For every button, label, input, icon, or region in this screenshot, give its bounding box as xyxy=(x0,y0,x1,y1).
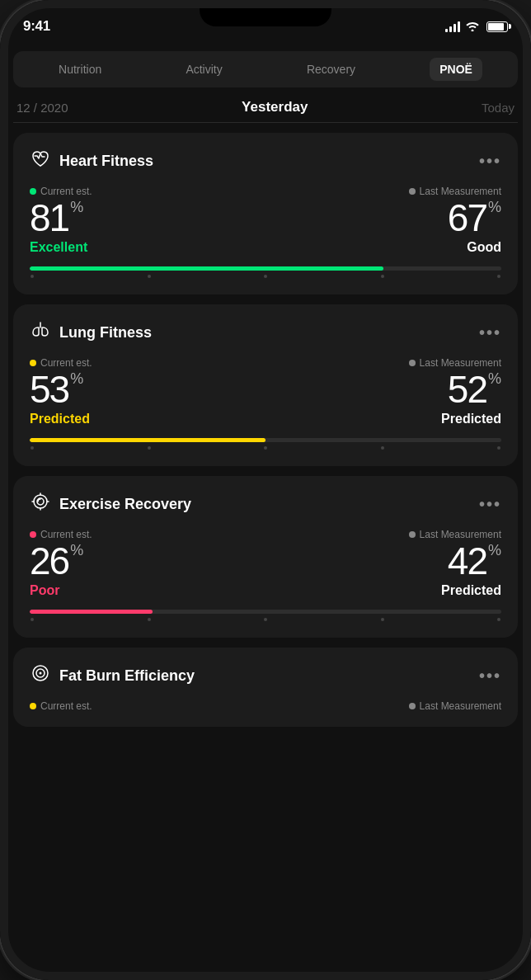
lung-fitness-metrics: Current est. 53% Predicted Last Measurem… xyxy=(30,357,501,426)
date-right[interactable]: Today xyxy=(482,101,515,115)
lung-fitness-card: Lung Fitness ••• Current est. 53% Predic… xyxy=(13,304,518,466)
lung-fitness-last-value: 52 xyxy=(448,368,486,411)
heart-fitness-title-row: Heart Fitness xyxy=(30,148,153,174)
fat-burn-header: Fat Burn Efficiency ••• xyxy=(30,662,501,689)
tab-nutrition[interactable]: Nutrition xyxy=(49,58,111,81)
heart-fitness-last-value-row: 67% xyxy=(448,199,501,237)
signal-bars-icon xyxy=(445,21,460,32)
fat-burn-icon xyxy=(30,662,51,689)
fat-burn-last: Last Measurement xyxy=(409,700,501,712)
lung-fitness-current: Current est. 53% Predicted xyxy=(30,357,92,426)
fat-burn-current-label: Current est. xyxy=(30,700,92,712)
fat-burn-current-dot xyxy=(30,703,36,709)
tab-pnoe[interactable]: PNOË xyxy=(430,58,482,81)
lung-fitness-current-status: Predicted xyxy=(30,412,92,426)
heart-fitness-last-value: 67 xyxy=(448,196,486,239)
fat-burn-card: Fat Burn Efficiency ••• Current est. xyxy=(13,648,518,727)
svg-point-0 xyxy=(34,495,47,508)
fat-burn-menu[interactable]: ••• xyxy=(479,667,501,686)
exercise-recovery-current-label: Current est. xyxy=(30,529,92,540)
exercise-recovery-last-label: Last Measurement xyxy=(409,529,501,540)
fat-burn-title: Fat Burn Efficiency xyxy=(59,667,195,685)
heart-fitness-icon xyxy=(30,148,51,174)
status-icons xyxy=(445,20,508,34)
date-nav: 12 / 2020 Yesterday Today xyxy=(0,87,531,122)
exercise-recovery-current-status: Poor xyxy=(30,583,92,598)
heart-fitness-menu[interactable]: ••• xyxy=(479,152,501,171)
lung-fitness-current-dot xyxy=(30,360,36,366)
lung-fitness-last-label: Last Measurement xyxy=(409,357,501,369)
heart-fitness-last-status: Good xyxy=(467,240,501,255)
exercise-recovery-progress-dots xyxy=(30,618,501,621)
exercise-recovery-progress-fill xyxy=(30,610,153,614)
exercise-recovery-current-unit: % xyxy=(70,542,83,558)
date-left[interactable]: 12 / 2020 xyxy=(16,101,68,115)
exercise-recovery-last-dot xyxy=(409,531,416,538)
tab-activity[interactable]: Activity xyxy=(176,58,232,81)
exercise-recovery-last-unit: % xyxy=(488,542,501,558)
date-center[interactable]: Yesterday xyxy=(242,99,308,115)
exercise-recovery-metrics: Current est. 26% Poor Last Measurement xyxy=(30,529,501,598)
heart-fitness-header: Heart Fitness ••• xyxy=(30,148,501,174)
exercise-recovery-title-row: Exercise Recovery xyxy=(30,491,191,517)
heart-fitness-current-value: 81 xyxy=(30,196,68,239)
lung-fitness-header: Lung Fitness ••• xyxy=(30,319,501,346)
heart-fitness-progress xyxy=(30,266,501,278)
lung-fitness-last: Last Measurement 52% Predicted xyxy=(409,357,501,426)
heart-fitness-progress-track xyxy=(30,266,501,271)
fat-burn-current: Current est. xyxy=(30,700,92,712)
lung-fitness-last-value-row: 52% xyxy=(448,370,501,408)
lung-fitness-title: Lung Fitness xyxy=(59,324,152,342)
tabs-container: Nutrition Activity Recovery PNOË xyxy=(13,51,518,87)
lung-fitness-progress-track xyxy=(30,438,501,442)
heart-fitness-card: Heart Fitness ••• Current est. 81% Excel… xyxy=(13,133,518,294)
fat-burn-last-label: Last Measurement xyxy=(409,700,501,712)
heart-fitness-current: Current est. 81% Excellent xyxy=(30,186,92,255)
exercise-recovery-current-dot xyxy=(30,531,36,538)
lung-fitness-progress xyxy=(30,438,501,450)
battery-fill xyxy=(488,23,504,31)
tabs: Nutrition Activity Recovery PNOË xyxy=(16,58,515,81)
lung-fitness-current-value: 53 xyxy=(30,368,68,411)
exercise-recovery-icon xyxy=(30,491,51,517)
exercise-recovery-last-status: Predicted xyxy=(441,583,501,598)
lung-fitness-title-row: Lung Fitness xyxy=(30,319,152,346)
cards-container: Heart Fitness ••• Current est. 81% Excel… xyxy=(0,123,531,971)
fat-burn-metrics: Current est. Last Measurement xyxy=(30,700,501,712)
status-time: 9:41 xyxy=(23,18,50,35)
exercise-recovery-header: Exercise Recovery ••• xyxy=(30,491,501,517)
heart-fitness-current-label: Current est. xyxy=(30,186,92,197)
heart-fitness-last: Last Measurement 67% Good xyxy=(409,186,501,255)
heart-fitness-progress-fill xyxy=(30,266,383,271)
fat-burn-title-row: Fat Burn Efficiency xyxy=(30,662,195,689)
lung-fitness-menu[interactable]: ••• xyxy=(479,323,501,342)
heart-fitness-progress-dots xyxy=(30,275,501,278)
exercise-recovery-current-value: 26 xyxy=(30,539,68,582)
tab-recovery[interactable]: Recovery xyxy=(297,58,365,81)
exercise-recovery-card: Exercise Recovery ••• Current est. 26% P… xyxy=(13,476,518,638)
exercise-recovery-current-value-row: 26% xyxy=(30,542,92,580)
lung-fitness-last-status: Predicted xyxy=(441,412,501,426)
exercise-recovery-progress-track xyxy=(30,610,501,614)
heart-fitness-metrics: Current est. 81% Excellent Last Measurem… xyxy=(30,186,501,255)
lung-fitness-current-value-row: 53% xyxy=(30,370,92,408)
battery-icon xyxy=(486,21,508,32)
lung-fitness-current-unit: % xyxy=(70,370,83,387)
svg-point-4 xyxy=(40,672,42,675)
lung-fitness-last-dot xyxy=(409,360,416,366)
heart-fitness-title: Heart Fitness xyxy=(59,153,153,170)
heart-fitness-last-dot xyxy=(409,188,416,195)
fat-burn-last-dot xyxy=(409,703,416,709)
screen: 9:41 Nutrit xyxy=(0,0,531,980)
heart-fitness-last-label: Last Measurement xyxy=(409,186,501,197)
exercise-recovery-last-value-row: 42% xyxy=(448,542,501,580)
lung-fitness-progress-dots xyxy=(30,446,501,450)
exercise-recovery-title: Exercise Recovery xyxy=(59,496,191,513)
exercise-recovery-current: Current est. 26% Poor xyxy=(30,529,92,598)
heart-fitness-last-unit: % xyxy=(488,199,501,215)
heart-fitness-current-unit: % xyxy=(70,199,83,215)
exercise-recovery-last: Last Measurement 42% Predicted xyxy=(409,529,501,598)
lung-fitness-last-unit: % xyxy=(488,370,501,387)
notch xyxy=(200,0,331,26)
exercise-recovery-menu[interactable]: ••• xyxy=(479,495,501,514)
